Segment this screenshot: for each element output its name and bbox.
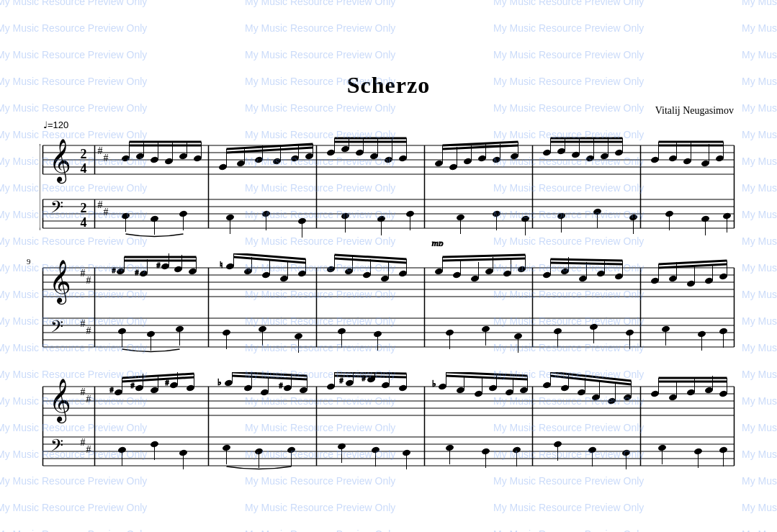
svg-point-182 — [161, 263, 169, 269]
svg-text:#: # — [81, 268, 86, 279]
svg-point-364 — [506, 389, 513, 395]
svg-point-384 — [651, 390, 659, 397]
svg-point-318 — [151, 387, 158, 393]
sheet-music: Scherzo Vitalij Neugasimov ♩=120 — [0, 0, 777, 532]
svg-point-73 — [435, 160, 443, 166]
title-area: Scherzo — [0, 0, 777, 102]
svg-point-231 — [561, 268, 569, 274]
composer-name: Vitalij Neugasimov — [0, 102, 777, 120]
svg-point-249 — [719, 273, 727, 279]
staff-system-3: 𝄞 𝄢 # # # # 17 # # # — [40, 372, 737, 484]
svg-text:♮: ♮ — [220, 260, 223, 270]
svg-point-321 — [170, 382, 178, 388]
svg-point-83 — [511, 153, 518, 159]
svg-point-65 — [370, 153, 378, 159]
svg-point-109 — [716, 155, 724, 161]
svg-point-372 — [561, 384, 569, 391]
staff-svg-1: 𝄞 𝄢 2 4 2 4 # # # # — [40, 131, 737, 246]
piece-title: Scherzo — [0, 72, 777, 99]
svg-point-69 — [399, 155, 407, 161]
svg-point-247 — [705, 277, 713, 284]
svg-text:#: # — [104, 153, 109, 163]
measure-number-9: 9 — [27, 257, 31, 266]
svg-point-63 — [356, 149, 364, 155]
staff-system-1: ♩=120 — [40, 120, 737, 246]
svg-point-49 — [255, 156, 263, 163]
svg-point-89 — [557, 148, 565, 154]
svg-point-191 — [226, 263, 234, 269]
svg-point-376 — [592, 394, 600, 400]
svg-point-388 — [687, 389, 695, 395]
svg-line-227 — [443, 255, 526, 257]
svg-point-81 — [493, 156, 500, 163]
staff-svg-2: 𝄞 𝄢 # # # # 9 # # # — [40, 253, 737, 365]
svg-text:#: # — [279, 382, 283, 389]
svg-point-366 — [520, 387, 528, 393]
svg-rect-20 — [40, 144, 40, 230]
svg-point-31 — [122, 155, 130, 161]
svg-point-217 — [453, 271, 461, 278]
svg-point-386 — [669, 394, 677, 400]
svg-point-233 — [579, 275, 587, 281]
svg-point-75 — [449, 163, 457, 170]
svg-point-362 — [489, 384, 497, 391]
svg-point-313 — [114, 389, 122, 395]
svg-text:#: # — [86, 444, 91, 455]
svg-text:2: 2 — [81, 201, 87, 215]
svg-point-370 — [543, 382, 551, 388]
svg-text:𝄞: 𝄞 — [49, 260, 71, 305]
svg-point-176 — [117, 268, 125, 274]
svg-text:♭: ♭ — [217, 377, 222, 387]
svg-text:𝄢: 𝄢 — [50, 317, 63, 340]
svg-point-207 — [363, 271, 371, 278]
svg-text:#: # — [81, 387, 86, 397]
svg-point-55 — [305, 153, 313, 159]
svg-point-197 — [280, 275, 288, 281]
svg-text:#: # — [110, 386, 114, 394]
svg-text:♭: ♭ — [432, 379, 436, 389]
svg-text:𝄢: 𝄢 — [50, 436, 63, 459]
svg-text:#: # — [112, 266, 116, 274]
svg-point-351 — [399, 384, 407, 391]
svg-point-235 — [597, 270, 605, 276]
svg-point-374 — [578, 389, 585, 395]
svg-text:𝄞: 𝄞 — [49, 139, 71, 184]
svg-point-225 — [518, 266, 526, 272]
svg-point-335 — [284, 384, 292, 391]
svg-point-349 — [382, 382, 390, 388]
svg-point-209 — [381, 275, 389, 281]
svg-point-105 — [683, 158, 691, 164]
svg-text:4: 4 — [81, 161, 87, 176]
svg-point-67 — [385, 156, 392, 163]
svg-point-245 — [687, 280, 695, 287]
svg-line-353 — [335, 372, 407, 374]
svg-point-223 — [503, 270, 511, 276]
svg-text:#: # — [86, 394, 91, 405]
svg-point-237 — [615, 273, 623, 279]
svg-point-323 — [187, 384, 194, 391]
svg-line-354 — [335, 376, 407, 377]
svg-point-332 — [261, 389, 269, 395]
svg-point-229 — [543, 271, 551, 278]
svg-text:#: # — [81, 437, 86, 448]
svg-point-193 — [244, 268, 252, 274]
svg-text:4: 4 — [81, 215, 87, 230]
svg-point-39 — [179, 153, 187, 159]
staff-system-2: 9 — [40, 253, 737, 365]
svg-point-37 — [165, 158, 173, 164]
svg-point-101 — [651, 156, 659, 163]
svg-point-358 — [457, 387, 464, 393]
svg-point-61 — [341, 145, 349, 152]
svg-point-337 — [300, 387, 307, 393]
svg-text:#: # — [104, 207, 109, 217]
svg-point-330 — [244, 384, 252, 391]
svg-point-211 — [399, 270, 407, 276]
svg-point-87 — [543, 149, 551, 155]
svg-point-221 — [485, 268, 493, 274]
svg-point-59 — [327, 149, 335, 155]
svg-point-344 — [346, 379, 354, 386]
svg-point-79 — [478, 155, 486, 161]
svg-point-380 — [624, 394, 632, 400]
svg-text:#: # — [86, 275, 91, 286]
svg-point-103 — [669, 155, 677, 161]
